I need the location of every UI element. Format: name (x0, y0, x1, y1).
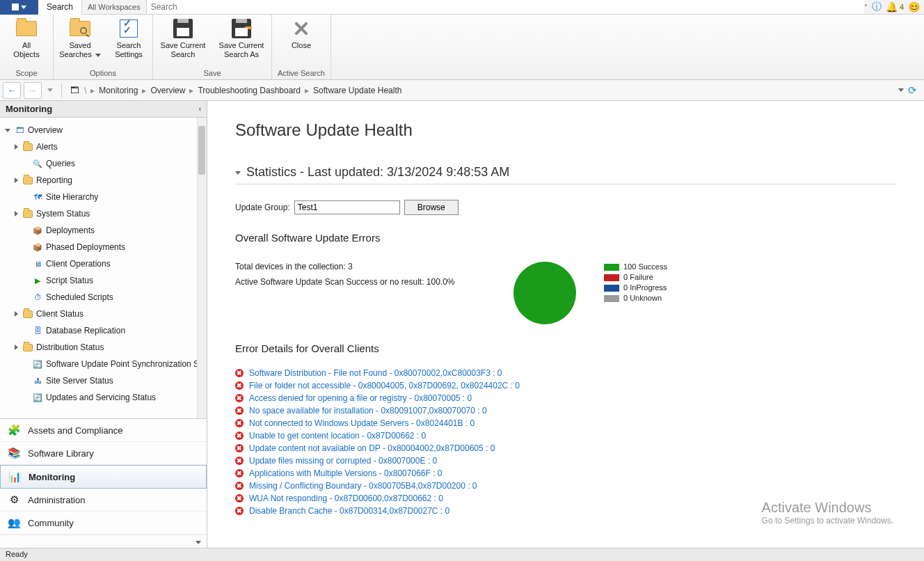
feedback-icon[interactable]: 😊 (908, 1, 920, 13)
breadcrumb-seg[interactable]: Monitoring (99, 86, 138, 95)
error-link[interactable]: File or folder not accessible - 0x800040… (249, 379, 520, 392)
workspace-software-library[interactable]: 📚Software Library (0, 442, 207, 465)
error-link[interactable]: No space available for installation - 0x… (249, 404, 487, 417)
close-search-button[interactable]: Close (280, 17, 322, 50)
update-group-label: Update Group: (235, 203, 290, 212)
error-link[interactable]: Software Distribution - File not Found -… (249, 367, 502, 379)
error-link[interactable]: Not connected to Windows Update Servers … (249, 417, 475, 429)
collapse-sidebar-button[interactable]: ‹ (199, 105, 201, 113)
error-link[interactable]: Update content not available on DP - 0x8… (249, 442, 495, 455)
ribbon-label: Save Current Search As (219, 41, 264, 59)
error-icon: ✖ (235, 381, 244, 390)
error-icon: ✖ (235, 457, 244, 465)
error-icon: ✖ (235, 419, 244, 427)
bell-icon[interactable]: 🔔 (886, 1, 898, 13)
error-link[interactable]: Access denied for opening a file or regi… (249, 392, 472, 404)
ribbon-label: Save Current Search (161, 41, 206, 59)
breadcrumb-bar: ← → 🗔 \▸ Monitoring▸ Overview▸ Troublesh… (0, 80, 924, 101)
save-current-search-as-button[interactable]: Save Current Search As (217, 17, 266, 59)
tree-phased-deployments[interactable]: ▸📦Phased Deployments (4, 239, 207, 255)
status-text: Ready (6, 550, 28, 558)
tree-site-server-status[interactable]: ▸🖧Site Server Status (4, 372, 207, 389)
tree-client-status[interactable]: Client Status (4, 306, 207, 322)
error-row: ✖File or folder not accessible - 0x80004… (235, 379, 896, 392)
error-row: ✖Unable to get content location - 0x87D0… (235, 429, 896, 442)
back-button[interactable]: ← (3, 82, 21, 99)
nav-tree: 🗔Overview Alerts ▸🔍Queries Reporting ▸🗺S… (0, 118, 207, 410)
error-icon: ✖ (235, 406, 244, 415)
tree-system-status[interactable]: System Status (4, 205, 207, 222)
tree-sup-sync[interactable]: ▸🔄Software Update Point Synchronization … (4, 356, 207, 372)
scrollbar-thumb[interactable] (198, 126, 205, 175)
breadcrumb-seg[interactable]: Troubleshooting Dashboard (198, 86, 301, 95)
error-icon: ✖ (235, 469, 244, 477)
error-link[interactable]: Update files missing or corrupted - 0x80… (249, 455, 437, 467)
tree-queries[interactable]: ▸🔍Queries (4, 155, 207, 172)
sidebar-title: Monitoring ‹ (0, 101, 207, 118)
legend-swatch-success (604, 264, 619, 271)
tree-scheduled-scripts[interactable]: ▸⏱Scheduled Scripts (4, 289, 207, 306)
tab-search[interactable]: Search (38, 0, 82, 15)
error-link[interactable]: Disable Branch Cache - 0x87D00314,0x87D0… (249, 505, 449, 517)
save-current-search-button[interactable]: Save Current Search (159, 17, 207, 59)
workspace-overflow[interactable] (196, 541, 201, 544)
history-dropdown[interactable] (47, 88, 53, 92)
forward-button[interactable]: → (24, 82, 42, 99)
help-icon[interactable]: ⓘ (872, 1, 882, 13)
overall-errors-title: Overall Software Update Errors (235, 232, 896, 244)
body: Monitoring ‹ 🗔Overview Alerts ▸🔍Queries … (0, 101, 924, 548)
error-link[interactable]: Unable to get content location - 0x87D00… (249, 429, 426, 442)
content-pane: Software Update Health Statistics - Last… (207, 101, 924, 548)
breadcrumb-seg[interactable]: Overview (150, 86, 185, 95)
error-icon: ✖ (235, 394, 244, 402)
refresh-icon[interactable]: ⟳ (908, 84, 917, 97)
ribbon-label: All Objects (13, 41, 39, 59)
workspace-scope-label[interactable]: All Workspaces (82, 0, 147, 15)
app-menu-button[interactable] (0, 0, 38, 15)
error-icon: ✖ (235, 444, 244, 452)
error-icon: ✖ (235, 482, 244, 490)
error-icon: ✖ (235, 494, 244, 503)
tree-site-hierarchy[interactable]: ▸🗺Site Hierarchy (4, 189, 207, 205)
tree-client-operations[interactable]: ▸🖥Client Operations (4, 255, 207, 272)
ribbon-label: Saved Searches (59, 41, 101, 59)
search-settings-button[interactable]: Search Settings (111, 17, 147, 59)
tree-script-status[interactable]: ▸▶Script Status (4, 272, 207, 289)
expand-icon (235, 168, 241, 176)
home-icon[interactable]: 🗔 (67, 84, 81, 97)
browse-button[interactable]: Browse (404, 200, 459, 215)
workspace-monitoring[interactable]: 📊Monitoring (0, 465, 207, 489)
update-group-input[interactable] (294, 200, 400, 214)
saved-searches-button[interactable]: Saved Searches (59, 17, 101, 59)
workspace-assets[interactable]: 🧩Assets and Compliance (0, 419, 207, 442)
scrollbar[interactable] (197, 118, 207, 418)
error-link[interactable]: Applications with Multiple Versions - 0x… (249, 467, 442, 480)
tree-overview[interactable]: 🗔Overview (4, 122, 207, 139)
chevron-up-icon[interactable]: ˄ (864, 3, 868, 11)
legend-swatch-inprogress (604, 285, 619, 292)
error-link[interactable]: WUA Not responding - 0x87D00600,0x87D006… (249, 492, 443, 505)
notification-count: 4 (900, 3, 904, 11)
tree-alerts[interactable]: Alerts (4, 139, 207, 155)
global-search-input[interactable] (147, 0, 864, 14)
error-row: ✖Software Distribution - File not Found … (235, 367, 896, 379)
breadcrumb-dropdown[interactable] (898, 88, 904, 92)
workspace-community[interactable]: 👥Community (0, 512, 207, 535)
error-row: ✖Missing / Conflicting Boundary - 0x8007… (235, 480, 896, 492)
tree-deployments[interactable]: ▸📦Deployments (4, 222, 207, 239)
ribbon-group-save: Save Current Search Save Current Search … (153, 15, 272, 79)
workspace-administration[interactable]: ⚙Administration (0, 489, 207, 512)
all-objects-button[interactable]: All Objects (6, 17, 47, 59)
update-group-row: Update Group: Browse (235, 200, 896, 215)
tree-database-replication[interactable]: ▸🗄Database Replication (4, 322, 207, 339)
tree-reporting[interactable]: Reporting (4, 172, 207, 189)
stats-header[interactable]: Statistics - Last updated: 3/13/2024 9:4… (235, 165, 896, 184)
error-link[interactable]: Missing / Conflicting Boundary - 0x80070… (249, 480, 477, 492)
workspace-switcher: 🧩Assets and Compliance 📚Software Library… (0, 418, 207, 548)
status-bar: Ready (0, 548, 924, 561)
tree-updates-servicing[interactable]: ▸🔄Updates and Servicing Status (4, 389, 207, 406)
breadcrumb-seg[interactable]: Software Update Health (313, 86, 401, 95)
ribbon-label: Search Settings (115, 41, 143, 59)
ribbon-group-label: Active Search (278, 67, 325, 79)
tree-distribution-status[interactable]: Distribution Status (4, 339, 207, 356)
